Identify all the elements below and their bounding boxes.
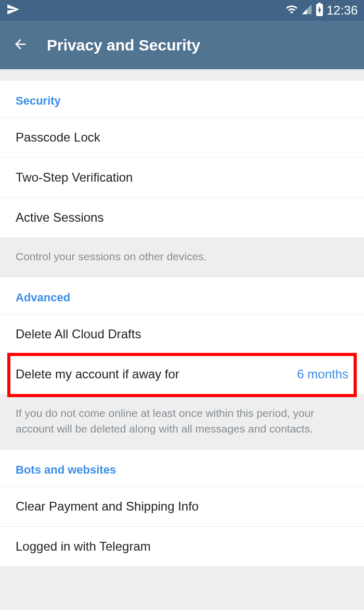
- section-header-advanced: Advanced: [0, 291, 364, 314]
- item-delete-cloud-drafts[interactable]: Delete All Cloud Drafts: [0, 314, 364, 354]
- status-bar: 12:36: [0, 0, 364, 21]
- item-label: Two-Step Verification: [16, 170, 133, 185]
- page-title: Privacy and Security: [47, 36, 200, 54]
- item-delete-account-if-away[interactable]: Delete my account if away for 6 months: [0, 354, 364, 394]
- section-footer-advanced: If you do not come online at least once …: [0, 394, 364, 450]
- app-bar: Privacy and Security: [0, 21, 364, 69]
- cell-signal-icon: [301, 4, 313, 17]
- item-passcode-lock[interactable]: Passcode Lock: [0, 117, 364, 157]
- section-bots: Bots and websites Clear Payment and Ship…: [0, 450, 364, 566]
- item-label: Clear Payment and Shipping Info: [16, 499, 199, 514]
- section-security: Security Passcode Lock Two-Step Verifica…: [0, 81, 364, 237]
- item-value: 6 months: [297, 367, 348, 382]
- item-two-step-verification[interactable]: Two-Step Verification: [0, 157, 364, 197]
- battery-icon: [316, 3, 323, 18]
- wifi-icon: [285, 3, 298, 18]
- status-app-icon: [6, 3, 20, 18]
- back-icon[interactable]: [12, 36, 28, 54]
- item-label: Delete All Cloud Drafts: [16, 327, 141, 341]
- item-logged-in-telegram[interactable]: Logged in with Telegram: [0, 526, 364, 566]
- item-label: Active Sessions: [16, 210, 103, 225]
- item-label: Delete my account if away for: [16, 367, 179, 382]
- section-header-security: Security: [0, 94, 364, 117]
- section-footer-security: Control your sessions on other devices.: [0, 237, 364, 277]
- item-label: Passcode Lock: [16, 130, 100, 145]
- section-advanced: Advanced Delete All Cloud Drafts Delete …: [0, 277, 364, 394]
- item-clear-payment-shipping[interactable]: Clear Payment and Shipping Info: [0, 486, 364, 526]
- status-time: 12:36: [327, 3, 358, 18]
- item-label: Logged in with Telegram: [16, 539, 151, 554]
- item-active-sessions[interactable]: Active Sessions: [0, 197, 364, 237]
- section-header-bots: Bots and websites: [0, 463, 364, 486]
